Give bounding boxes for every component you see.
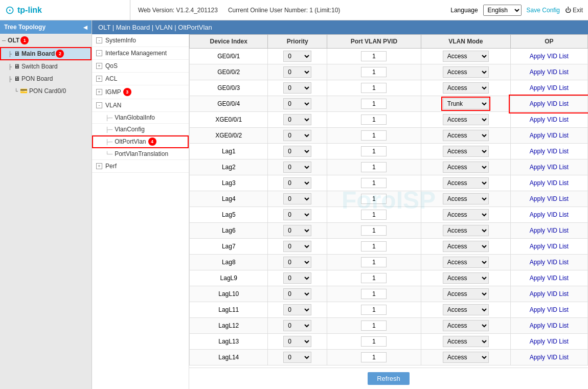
pvid-input-11[interactable] (361, 225, 387, 236)
apply-link-11[interactable]: Apply (530, 227, 545, 234)
mode-select-3[interactable]: AccessTrunkHybrid (443, 98, 489, 109)
nav-perf[interactable]: + Perf (92, 160, 189, 173)
vid-list-link-6[interactable]: VID List (547, 148, 569, 155)
nav-port-vlan-translation[interactable]: PortVlanTranslation (92, 148, 189, 160)
mode-select-10[interactable]: AccessTrunkHybrid (443, 209, 489, 220)
apply-link-7[interactable]: Apply (530, 164, 545, 171)
vid-list-link-1[interactable]: VID List (547, 68, 569, 76)
priority-select-5[interactable]: 01234567 (283, 130, 311, 141)
pvid-input-1[interactable] (361, 67, 387, 77)
priority-select-13[interactable]: 01234567 (283, 257, 311, 268)
pvid-input-6[interactable] (361, 146, 387, 156)
pvid-input-18[interactable] (361, 336, 387, 347)
apply-link-8[interactable]: Apply (530, 179, 545, 187)
nav-qos[interactable]: + QoS (92, 60, 189, 73)
mode-select-2[interactable]: AccessTrunkHybrid (443, 82, 489, 94)
mode-select-4[interactable]: AccessTrunkHybrid (443, 114, 489, 125)
language-select[interactable]: English Chinese (483, 5, 522, 16)
nav-acl[interactable]: + ACL (92, 73, 189, 85)
mode-select-18[interactable]: AccessTrunkHybrid (443, 336, 489, 347)
apply-link-10[interactable]: Apply (530, 211, 545, 218)
mode-select-13[interactable]: AccessTrunkHybrid (443, 257, 489, 268)
sidebar-item-main-board[interactable]: ├ 🖥 Main Board 2 (0, 47, 92, 60)
vid-list-link-5[interactable]: VID List (547, 132, 569, 139)
priority-select-11[interactable]: 01234567 (283, 225, 311, 236)
mode-select-19[interactable]: AccessTrunkHybrid (443, 352, 489, 363)
apply-link-16[interactable]: Apply (530, 306, 545, 313)
priority-select-12[interactable]: 01234567 (283, 241, 311, 252)
apply-link-1[interactable]: Apply (530, 68, 545, 76)
sidebar-item-pon-board[interactable]: ├ 🖥 PON Board (0, 73, 92, 85)
vid-list-link-17[interactable]: VID List (547, 322, 569, 329)
priority-select-6[interactable]: 01234567 (283, 146, 311, 157)
mode-select-8[interactable]: AccessTrunkHybrid (443, 177, 489, 189)
sidebar-item-switch-board[interactable]: ├ 🖥 Switch Board (0, 60, 92, 73)
vid-list-link-7[interactable]: VID List (547, 164, 569, 171)
mode-select-15[interactable]: AccessTrunkHybrid (443, 288, 489, 300)
priority-select-19[interactable]: 01234567 (283, 352, 311, 363)
vid-list-link-16[interactable]: VID List (547, 306, 569, 313)
pvid-input-3[interactable] (361, 99, 387, 109)
mode-select-0[interactable]: AccessTrunkHybrid (443, 51, 489, 62)
vid-list-link-2[interactable]: VID List (547, 84, 569, 91)
nav-systeminfo[interactable]: - SystemInfo (92, 34, 189, 47)
vid-list-link-12[interactable]: VID List (547, 243, 569, 250)
vid-list-link-14[interactable]: VID List (547, 274, 569, 282)
priority-select-1[interactable]: 01234567 (283, 66, 311, 78)
priority-select-18[interactable]: 01234567 (283, 336, 311, 347)
apply-link-13[interactable]: Apply (530, 259, 545, 266)
exit-button[interactable]: ⏻ Exit (565, 7, 583, 14)
table-scroll[interactable]: ForoISP Device Index Priority Port VLAN … (189, 34, 588, 368)
refresh-button[interactable]: Refresh (368, 372, 410, 385)
vid-list-link-3[interactable]: VID List (547, 100, 569, 107)
mode-select-9[interactable]: AccessTrunkHybrid (443, 193, 489, 204)
pvid-input-10[interactable] (361, 210, 387, 220)
pvid-input-12[interactable] (361, 241, 387, 251)
pvid-input-16[interactable] (361, 305, 387, 315)
pvid-input-15[interactable] (361, 289, 387, 299)
apply-link-15[interactable]: Apply (530, 290, 545, 298)
vid-list-link-9[interactable]: VID List (547, 195, 569, 202)
pvid-input-9[interactable] (361, 194, 387, 204)
priority-select-3[interactable]: 01234567 (283, 98, 311, 109)
pvid-input-14[interactable] (361, 273, 387, 283)
apply-link-5[interactable]: Apply (530, 132, 545, 139)
apply-link-14[interactable]: Apply (530, 274, 545, 282)
pvid-input-7[interactable] (361, 162, 387, 172)
nav-interface-management[interactable]: - Interface Management (92, 47, 189, 60)
pvid-input-8[interactable] (361, 178, 387, 188)
mode-select-5[interactable]: AccessTrunkHybrid (443, 130, 489, 141)
priority-select-2[interactable]: 01234567 (283, 82, 311, 94)
vid-list-link-13[interactable]: VID List (547, 259, 569, 266)
apply-link-9[interactable]: Apply (530, 195, 545, 202)
apply-link-18[interactable]: Apply (530, 338, 545, 345)
nav-vlan-global-info[interactable]: VlanGlobalInfo (92, 112, 189, 124)
vid-list-link-19[interactable]: VID List (547, 354, 569, 361)
apply-link-19[interactable]: Apply (530, 354, 545, 361)
mode-select-6[interactable]: AccessTrunkHybrid (443, 146, 489, 157)
sidebar-item-pon-card[interactable]: └ 💳 PON Card0/0 (0, 85, 92, 97)
nav-igmp[interactable]: + IGMP 3 (92, 85, 189, 99)
pvid-input-17[interactable] (361, 321, 387, 331)
mode-select-14[interactable]: AccessTrunkHybrid (443, 272, 489, 284)
priority-select-10[interactable]: 01234567 (283, 209, 311, 220)
vid-list-link-18[interactable]: VID List (547, 338, 569, 345)
priority-select-4[interactable]: 01234567 (283, 114, 311, 125)
vid-list-link-8[interactable]: VID List (547, 179, 569, 187)
pvid-input-19[interactable] (361, 352, 387, 362)
pvid-input-2[interactable] (361, 83, 387, 93)
mode-select-1[interactable]: AccessTrunkHybrid (443, 66, 489, 78)
pvid-input-0[interactable] (361, 51, 387, 61)
vid-list-link-0[interactable]: VID List (547, 53, 569, 60)
apply-link-3[interactable]: Apply (530, 100, 545, 107)
vid-list-link-15[interactable]: VID List (547, 290, 569, 298)
save-config-link[interactable]: Save Config (527, 7, 560, 14)
tree-collapse-icon[interactable]: ◀ (83, 25, 87, 30)
apply-link-12[interactable]: Apply (530, 243, 545, 250)
vid-list-link-10[interactable]: VID List (547, 211, 569, 218)
priority-select-17[interactable]: 01234567 (283, 320, 311, 331)
pvid-input-4[interactable] (361, 115, 387, 125)
priority-select-14[interactable]: 01234567 (283, 272, 311, 284)
nav-vlan[interactable]: - VLAN (92, 99, 189, 112)
mode-select-7[interactable]: AccessTrunkHybrid (443, 162, 489, 173)
